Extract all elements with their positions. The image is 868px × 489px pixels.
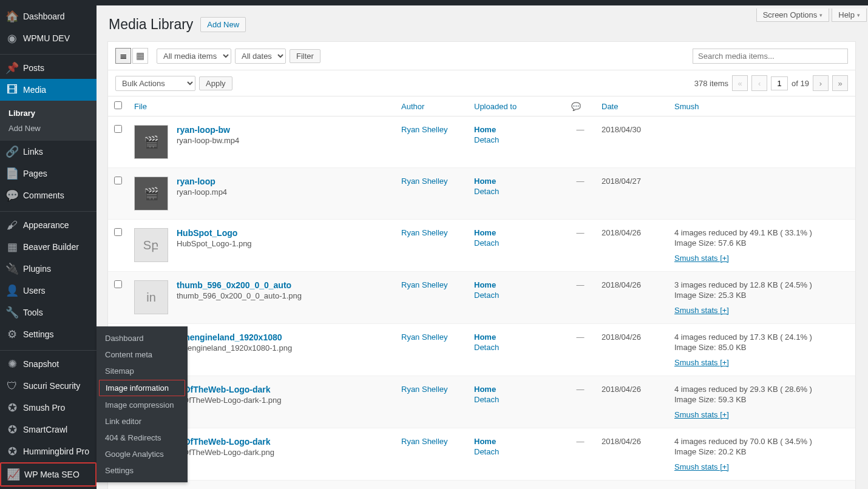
sidebar-item-links[interactable]: 🔗Links	[0, 141, 97, 163]
submenu-library[interactable]: Library	[0, 106, 97, 121]
sidebar-item-media[interactable]: 🎞Media	[0, 79, 97, 101]
sidebar-item-wpmu-dev[interactable]: ◉WPMU DEV	[0, 27, 97, 49]
detach-link[interactable]: Detach	[474, 135, 559, 144]
media-type-select[interactable]: All media items	[157, 49, 231, 64]
col-uploaded[interactable]: Uploaded to	[474, 102, 517, 111]
media-thumbnail[interactable]: Sբ	[134, 228, 168, 262]
view-list-button[interactable]: ≣	[115, 48, 131, 64]
page-last-button[interactable]: »	[832, 75, 848, 91]
row-checkbox[interactable]	[114, 177, 122, 184]
detach-link[interactable]: Detach	[474, 447, 559, 456]
row-checkbox[interactable]	[114, 125, 122, 133]
file-title-link[interactable]: jeOfTheWeb-Logo-dark	[177, 437, 274, 447]
uploaded-to-link[interactable]: Home	[474, 228, 559, 237]
sidebar-item-plugins[interactable]: 🔌Plugins	[0, 258, 97, 280]
author-link[interactable]: Ryan Shelley	[401, 125, 448, 134]
page-first-button[interactable]: «	[732, 75, 748, 91]
sidebar-item-settings[interactable]: ⚙Settings	[0, 323, 97, 345]
media-thumbnail[interactable]: in	[134, 280, 168, 314]
sidebar-item-label: WPMU DEV	[23, 33, 70, 43]
smush-stats-link[interactable]: Smush stats [+]	[674, 358, 729, 367]
author-link[interactable]: Ryan Shelley	[401, 332, 448, 342]
uploaded-to-link[interactable]: Home	[474, 332, 559, 342]
page-title: Media Library	[109, 16, 193, 33]
col-file[interactable]: File	[134, 102, 147, 111]
flyout-item[interactable]: Settings	[97, 462, 188, 479]
add-new-button[interactable]: Add New	[200, 17, 246, 32]
filter-button[interactable]: Filter	[290, 49, 320, 63]
author-link[interactable]: Ryan Shelley	[401, 280, 448, 289]
media-thumbnail[interactable]: 🎬	[134, 125, 168, 159]
flyout-item[interactable]: Sitemap	[97, 363, 188, 379]
uploaded-to-link[interactable]: Home	[474, 177, 559, 186]
submenu-add-new[interactable]: Add New	[0, 121, 97, 136]
row-checkbox[interactable]	[114, 280, 122, 288]
sidebar-item-posts[interactable]: 📌Posts	[0, 57, 97, 79]
author-link[interactable]: Ryan Shelley	[401, 385, 448, 394]
flyout-item[interactable]: Dashboard	[97, 330, 188, 346]
page-current-input[interactable]	[771, 76, 788, 90]
comment-icon[interactable]: 💬	[571, 102, 581, 111]
sidebar-item-tools[interactable]: 🔧Tools	[0, 302, 97, 323]
file-title-link[interactable]: thumb_596_0x200_0_0_auto	[177, 280, 302, 290]
sidebar-item-dashboard[interactable]: 🏠Dashboard	[0, 5, 97, 27]
sidebar-item-defender-pro[interactable]: ✪Defender Pro	[0, 487, 97, 489]
page-prev-button[interactable]: ‹	[751, 75, 767, 91]
media-thumbnail[interactable]: 🎬	[134, 177, 168, 211]
col-author[interactable]: Author	[401, 102, 424, 111]
sidebar-item-smush-pro[interactable]: ✪Smush Pro	[0, 397, 97, 419]
file-title-link[interactable]: HubSpot_Logo	[177, 228, 252, 238]
sidebar-item-sucuri-security[interactable]: 🛡Sucuri Security	[0, 375, 97, 397]
flyout-item[interactable]: Image information	[99, 380, 185, 396]
sidebar-item-appearance[interactable]: 🖌Appearance	[0, 214, 97, 236]
flyout-item[interactable]: Link editor	[97, 413, 188, 430]
view-grid-button[interactable]: ▦	[132, 48, 148, 64]
search-input[interactable]	[693, 49, 848, 64]
sidebar-item-hummingbird-pro[interactable]: ✪Hummingbird Pro	[0, 440, 97, 462]
sidebar-item-users[interactable]: 👤Users	[0, 280, 97, 302]
sidebar-item-wp-meta-seo[interactable]: 📈WP Meta SEO	[0, 462, 97, 487]
detach-link[interactable]: Detach	[474, 187, 559, 196]
file-title-link[interactable]: jeOfTheWeb-Logo-dark	[177, 385, 281, 394]
sidebar-item-comments[interactable]: 💬Comments	[0, 184, 97, 206]
smartcrawl-icon: ✪	[6, 423, 18, 436]
detach-link[interactable]: Detach	[474, 291, 559, 300]
sidebar-item-pages[interactable]: 📄Pages	[0, 163, 97, 184]
author-link[interactable]: Ryan Shelley	[401, 228, 448, 237]
bulk-actions-select[interactable]: Bulk Actions	[115, 76, 195, 91]
col-date[interactable]: Date	[602, 102, 618, 111]
author-link[interactable]: Ryan Shelley	[401, 437, 448, 446]
smush-stats-link[interactable]: Smush stats [+]	[674, 462, 729, 471]
flyout-item[interactable]: Google Analytics	[97, 446, 188, 462]
table-row: rchengineland_1920x1080rchengineland_192…	[108, 324, 855, 376]
uploaded-to-link[interactable]: Home	[474, 385, 559, 394]
comments-icon: 💬	[6, 189, 18, 201]
col-smush[interactable]: Smush	[674, 102, 699, 111]
detach-link[interactable]: Detach	[474, 238, 559, 248]
file-title-link[interactable]: ryan-loop	[177, 177, 227, 186]
smush-stats-link[interactable]: Smush stats [+]	[674, 410, 729, 419]
date-select[interactable]: All dates	[235, 49, 286, 64]
page-next-button[interactable]: ›	[813, 75, 829, 91]
select-all-checkbox[interactable]	[114, 101, 122, 109]
flyout-item[interactable]: 404 & Redirects	[97, 430, 188, 446]
uploaded-to-link[interactable]: Home	[474, 437, 559, 446]
file-title-link[interactable]: ryan-loop-bw	[177, 125, 239, 135]
detach-link[interactable]: Detach	[474, 395, 559, 404]
uploaded-to-link[interactable]: Home	[474, 125, 559, 134]
smush-stats-link[interactable]: Smush stats [+]	[674, 254, 729, 263]
screen-options-button[interactable]: Screen Options	[756, 8, 830, 22]
smush-stats-link[interactable]: Smush stats [+]	[674, 306, 729, 315]
author-link[interactable]: Ryan Shelley	[401, 177, 448, 186]
detach-link[interactable]: Detach	[474, 343, 559, 352]
uploaded-to-link[interactable]: Home	[474, 280, 559, 289]
help-button[interactable]: Help	[832, 8, 867, 22]
sidebar-item-smartcrawl[interactable]: ✪SmartCrawl	[0, 419, 97, 440]
row-checkbox[interactable]	[114, 228, 122, 236]
flyout-item[interactable]: Image compression	[97, 397, 188, 413]
file-title-link[interactable]: rchengineland_1920x1080	[177, 332, 292, 342]
sidebar-item-snapshot[interactable]: ✺Snapshot	[0, 353, 97, 375]
apply-button[interactable]: Apply	[199, 76, 232, 90]
flyout-item[interactable]: Content meta	[97, 346, 188, 363]
sidebar-item-beaver-builder[interactable]: ▦Beaver Builder	[0, 236, 97, 258]
